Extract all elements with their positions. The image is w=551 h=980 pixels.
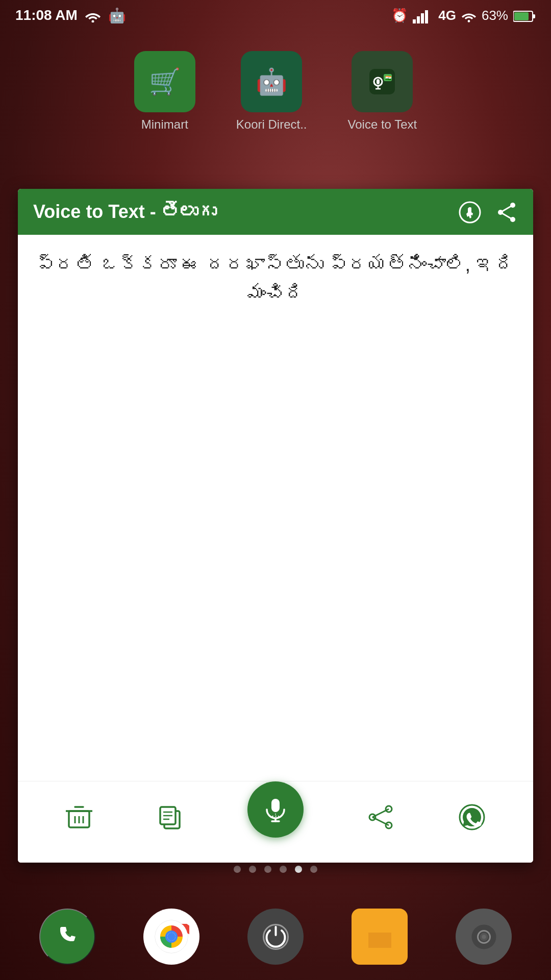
svg-rect-7	[533, 14, 535, 18]
transcribed-text: ప్రతి ఒక్కరూ ఈ దరఖాస్తును ప్రయత్నించాలి,…	[33, 250, 518, 308]
v2t-label: Voice to Text	[348, 117, 417, 132]
copy-button[interactable]	[156, 803, 185, 831]
svg-rect-8	[514, 12, 529, 20]
svg-point-37	[274, 818, 276, 820]
minimart-label: Minimart	[141, 117, 188, 132]
home-icons-row: 🛒 Minimart 🤖 Koori Direct.. 🇮🇳 Voice to …	[0, 41, 551, 142]
robot-icon: 🤖	[108, 7, 126, 24]
touch-button[interactable]	[459, 200, 481, 223]
battery-icon	[513, 8, 536, 23]
dock-power-button[interactable]	[247, 909, 304, 965]
whatsapp-button[interactable]	[458, 803, 486, 831]
wifi2-icon	[461, 8, 477, 23]
bottom-toolbar	[18, 781, 533, 863]
svg-rect-2	[417, 16, 420, 23]
svg-line-43	[372, 817, 389, 825]
svg-point-5	[468, 20, 470, 22]
battery-label: 63%	[482, 8, 508, 23]
svg-rect-11	[377, 79, 380, 84]
share-button[interactable]	[366, 803, 395, 831]
dot-4	[280, 866, 287, 873]
svg-point-51	[167, 933, 176, 941]
dot-2	[249, 866, 256, 873]
page-indicator	[0, 866, 551, 873]
signal-icon	[413, 7, 433, 23]
dock-chrome-button[interactable]	[143, 909, 199, 965]
svg-point-56	[482, 935, 486, 939]
dot-3	[264, 866, 271, 873]
dock-camera-button[interactable]	[456, 909, 512, 965]
dot-6	[310, 866, 317, 873]
svg-rect-1	[413, 19, 416, 23]
main-card: Voice to Text - తెలుగు ప్రతి ఒక్కరూ	[18, 189, 533, 863]
card-title: Voice to Text - తెలుగు	[33, 201, 216, 223]
svg-text:🇮🇳: 🇮🇳	[385, 75, 392, 81]
koori-label: Koori Direct..	[236, 117, 307, 132]
minimart-icon: 🛒	[134, 51, 195, 112]
dot-5	[295, 866, 302, 873]
mic-button[interactable]	[247, 781, 304, 838]
svg-rect-4	[425, 10, 428, 23]
svg-line-20	[500, 205, 513, 212]
delete-button[interactable]	[65, 803, 93, 831]
app-minimart[interactable]: 🛒 Minimart	[134, 51, 195, 132]
svg-rect-3	[421, 13, 424, 23]
status-bar: 11:08 AM 🤖 ⏰ 4G	[0, 0, 551, 31]
bottom-dock	[0, 909, 551, 965]
svg-point-0	[91, 20, 94, 22]
card-header: Voice to Text - తెలుగు	[18, 189, 533, 235]
app-v2t[interactable]: 🇮🇳 Voice to Text	[348, 51, 417, 132]
network-label: 4G	[438, 8, 456, 23]
dock-phone-button[interactable]	[39, 909, 95, 965]
dot-1	[234, 866, 241, 873]
share-header-button[interactable]	[495, 200, 518, 223]
svg-line-21	[500, 212, 513, 219]
status-time: 11:08 AM	[15, 7, 78, 23]
svg-rect-33	[271, 799, 280, 812]
alarm-icon: ⏰	[391, 8, 408, 23]
text-area[interactable]: ప్రతి ఒక్కరూ ఈ దరఖాస్తును ప్రయత్నించాలి,…	[18, 235, 533, 592]
svg-line-42	[372, 809, 389, 817]
app-koori[interactable]: 🤖 Koori Direct..	[236, 51, 307, 132]
wifi-icon	[85, 7, 101, 23]
v2t-icon: 🇮🇳	[352, 51, 413, 112]
dock-files-button[interactable]	[352, 909, 408, 965]
koori-icon: 🤖	[241, 51, 302, 112]
